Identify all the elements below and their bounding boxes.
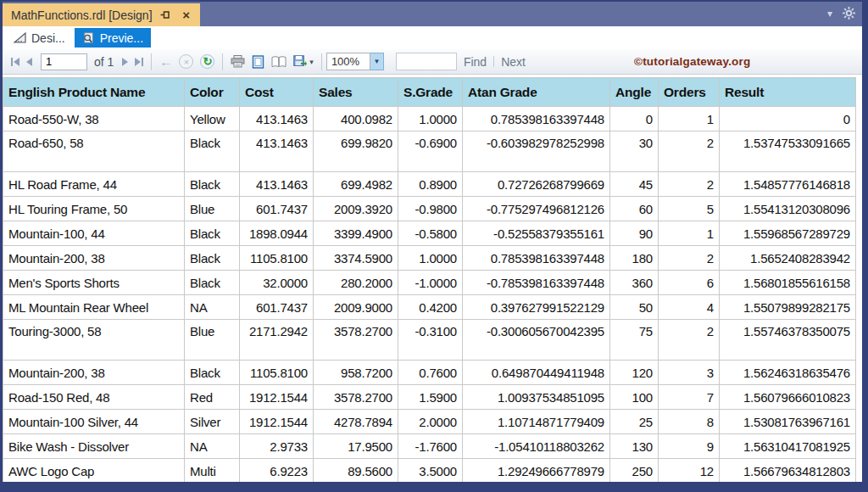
table-cell: Mountain-200, 38 bbox=[3, 361, 185, 385]
table-cell: 4 bbox=[659, 295, 720, 320]
report-designer-window: MathFunctions.rdl [Design] × ▾ bbox=[0, 0, 868, 492]
table-cell: 1.0000 bbox=[398, 246, 463, 271]
table-cell: 3.5000 bbox=[398, 459, 463, 483]
table-cell: 2009.3920 bbox=[314, 197, 398, 221]
table-cell: Silver bbox=[185, 410, 240, 434]
table-cell: 601.7437 bbox=[240, 197, 314, 221]
tab-design[interactable]: Desi... bbox=[6, 28, 73, 48]
gear-icon[interactable] bbox=[843, 7, 855, 20]
find-input[interactable] bbox=[396, 53, 457, 70]
table-cell: Road-150 Red, 48 bbox=[3, 385, 185, 410]
table-row: Road-550-W, 38Yellow413.1463400.09821.00… bbox=[3, 107, 856, 131]
table-cell: 1.56679634812803 bbox=[720, 459, 856, 483]
table-cell: -0.775297496812126 bbox=[463, 197, 610, 221]
next-page-button[interactable] bbox=[119, 53, 131, 71]
table-cell: 1 bbox=[659, 221, 720, 246]
window-chevron-down-icon[interactable]: ▾ bbox=[827, 8, 832, 20]
stop-button[interactable]: × bbox=[175, 53, 197, 71]
previous-page-button[interactable] bbox=[23, 53, 36, 71]
table-cell: 60 bbox=[610, 197, 659, 221]
table-cell: 130 bbox=[610, 434, 659, 459]
back-button[interactable]: ← bbox=[156, 53, 175, 71]
find-button[interactable]: Find bbox=[464, 55, 487, 69]
table-cell: 0.785398163397448 bbox=[463, 107, 610, 131]
table-cell: -0.785398163397448 bbox=[463, 271, 610, 295]
table-cell: Blue bbox=[185, 320, 240, 361]
table-cell: Mountain-200, 38 bbox=[3, 246, 185, 271]
table-cell: 280.2000 bbox=[314, 271, 398, 295]
table-cell: 1.55413120308096 bbox=[720, 197, 856, 221]
pin-icon[interactable] bbox=[159, 8, 173, 22]
table-cell: 3374.5900 bbox=[314, 246, 398, 271]
table-cell: Black bbox=[185, 246, 240, 271]
table-cell: 1.53081763967161 bbox=[720, 410, 856, 434]
table-cell: -1.0000 bbox=[398, 271, 463, 295]
table-row: HL Touring Frame, 50Blue601.74372009.392… bbox=[3, 197, 856, 221]
preview-magnifier-icon bbox=[82, 31, 95, 44]
table-cell: 3578.2700 bbox=[314, 320, 398, 361]
tab-design-label: Desi... bbox=[31, 31, 65, 45]
printer-icon bbox=[231, 55, 245, 68]
zoom-select[interactable]: 100% bbox=[326, 53, 370, 70]
refresh-button[interactable]: ↻ bbox=[197, 53, 218, 71]
table-cell: Black bbox=[185, 221, 240, 246]
table-cell: 1.55968567289729 bbox=[720, 221, 856, 246]
table-cell: 7 bbox=[659, 385, 720, 410]
table-cell: 601.7437 bbox=[240, 295, 314, 320]
export-button[interactable]: ▾ bbox=[290, 53, 317, 71]
table-cell: 1.10714871779409 bbox=[463, 410, 610, 434]
table-cell: AWC Logo Cap bbox=[3, 459, 185, 483]
page-count-label: of 1 bbox=[94, 55, 114, 69]
table-cell: 12 bbox=[659, 459, 720, 483]
table-cell: 1.00937534851095 bbox=[463, 385, 610, 410]
last-page-button[interactable] bbox=[131, 53, 147, 71]
table-cell: 413.1463 bbox=[240, 131, 314, 172]
refresh-icon: ↻ bbox=[200, 54, 214, 69]
column-header: S.Grade bbox=[398, 78, 463, 107]
table-cell: NA bbox=[185, 434, 240, 459]
table-cell: 8 bbox=[659, 410, 720, 434]
table-cell: Black bbox=[185, 361, 240, 385]
table-row: AWC Logo CapMulti6.922389.56003.50001.29… bbox=[3, 459, 856, 483]
page-number-input[interactable] bbox=[41, 53, 87, 70]
stop-icon: × bbox=[179, 54, 193, 69]
table-cell: Black bbox=[185, 172, 240, 197]
table-cell: 1.5900 bbox=[398, 385, 463, 410]
toolbar-separator bbox=[151, 53, 152, 70]
tab-preview[interactable]: Previe... bbox=[75, 28, 151, 48]
table-cell: 2 bbox=[659, 246, 720, 271]
table-cell: Yellow bbox=[185, 107, 240, 131]
table-cell: 1105.8100 bbox=[240, 246, 314, 271]
toolbar-separator bbox=[222, 53, 223, 70]
print-button[interactable] bbox=[227, 53, 248, 71]
first-page-icon bbox=[11, 58, 13, 66]
first-page-button[interactable] bbox=[8, 53, 23, 71]
table-cell: 0.397627991522129 bbox=[463, 295, 610, 320]
table-row: Touring-3000, 58Blue2171.29423578.2700-0… bbox=[3, 320, 856, 361]
close-icon[interactable]: × bbox=[180, 8, 193, 22]
document-tab[interactable]: MathFunctions.rdl [Design] × bbox=[3, 3, 200, 26]
zoom-caret-icon[interactable]: ▼ bbox=[370, 53, 384, 70]
table-cell: 1105.8100 bbox=[240, 361, 314, 385]
table-cell: 250 bbox=[610, 459, 659, 483]
page-setup-button[interactable] bbox=[268, 53, 290, 71]
next-button[interactable]: Next bbox=[501, 55, 526, 69]
toolbar-separator bbox=[321, 53, 322, 70]
export-dropdown-caret-icon[interactable]: ▾ bbox=[309, 58, 314, 66]
table-cell: -0.3100 bbox=[398, 320, 463, 361]
table-cell: 1.55079899282175 bbox=[720, 295, 856, 320]
table-cell: 360 bbox=[610, 271, 659, 295]
zoom-value: 100% bbox=[331, 55, 359, 68]
table-row: Mountain-200, 38Black1105.81003374.59001… bbox=[3, 246, 856, 271]
print-layout-icon bbox=[252, 55, 264, 69]
table-cell: 1.56246318635476 bbox=[720, 361, 856, 385]
table-cell: 1.56079666010823 bbox=[720, 385, 856, 410]
column-header: Result bbox=[720, 78, 856, 107]
print-layout-button[interactable] bbox=[248, 53, 268, 71]
table-cell: 413.1463 bbox=[240, 172, 314, 197]
table-cell: 0 bbox=[720, 107, 856, 131]
table-cell: 0.649870449411948 bbox=[463, 361, 610, 385]
table-cell: 1898.0944 bbox=[240, 221, 314, 246]
column-header: Orders bbox=[659, 78, 720, 107]
table-cell: 2 bbox=[659, 320, 720, 361]
